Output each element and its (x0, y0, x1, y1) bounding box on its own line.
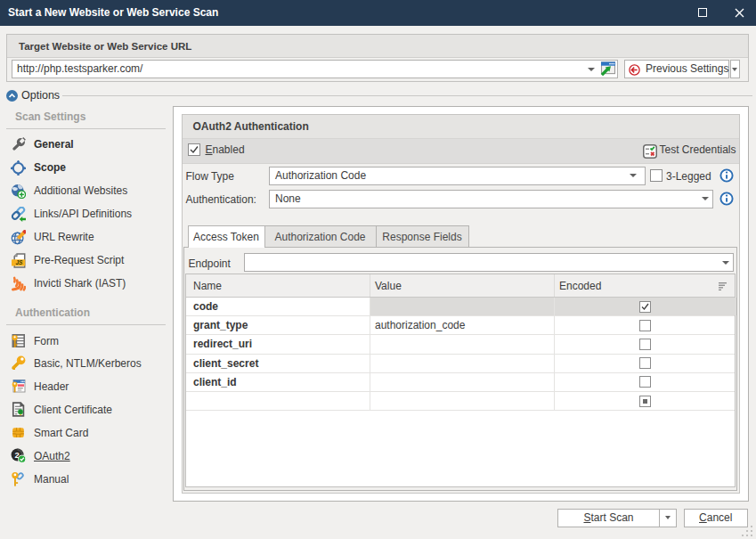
svg-text:JS: JS (15, 259, 23, 265)
